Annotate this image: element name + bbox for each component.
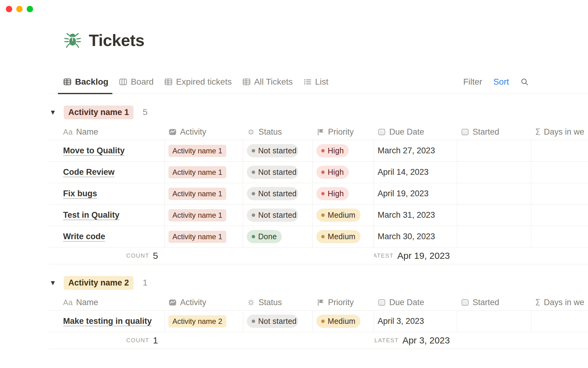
cell-activity[interactable]: Activity name 1 xyxy=(165,205,243,226)
cell-due-date[interactable]: April 14, 2023 xyxy=(374,162,457,183)
column-header-status[interactable]: Status xyxy=(243,124,313,140)
cell-status[interactable]: Not started xyxy=(243,162,313,183)
traffic-light-minimize[interactable] xyxy=(16,6,23,12)
column-header-activity[interactable]: Activity xyxy=(165,124,243,140)
column-header-due-date[interactable]: Due Date xyxy=(374,294,457,310)
cell-priority[interactable]: High xyxy=(313,162,374,183)
cell-status[interactable]: Not started xyxy=(243,140,313,162)
cell-due-date[interactable]: March 30, 2023 xyxy=(374,226,457,247)
cell-activity[interactable]: Activity name 1 xyxy=(165,162,243,183)
cell-days-in-we[interactable] xyxy=(531,226,588,247)
tab-backlog[interactable]: Backlog xyxy=(63,77,108,94)
cell-activity[interactable]: Activity name 2 xyxy=(165,311,243,332)
cell-priority[interactable]: Medium xyxy=(313,205,374,226)
activity-tag: Activity name 2 xyxy=(168,315,226,328)
priority-pill: Medium xyxy=(316,315,360,328)
cell-priority[interactable]: Medium xyxy=(313,311,374,332)
cell-status[interactable]: Done xyxy=(243,226,313,247)
cell-name[interactable]: Make testing in quality xyxy=(49,311,165,332)
column-header-priority[interactable]: Priority xyxy=(313,124,374,140)
cell-days-in-we[interactable] xyxy=(531,162,588,183)
tab-expired-tickets[interactable]: Expired tickets xyxy=(164,77,232,94)
cell-activity[interactable]: Activity name 1 xyxy=(165,140,243,162)
cell-name[interactable]: Fix bugs xyxy=(49,183,165,205)
cell-name[interactable]: Write code xyxy=(49,226,165,247)
row-title: Code Review xyxy=(63,167,115,177)
cell-started[interactable] xyxy=(457,311,531,332)
column-label: Name xyxy=(76,298,98,307)
group-toggle-icon[interactable]: ▼ xyxy=(51,280,57,286)
footer-latest[interactable]: LATESTApr 3, 2023 xyxy=(374,332,457,349)
column-label: Status xyxy=(258,127,282,137)
page-title[interactable]: Tickets xyxy=(89,31,145,50)
cell-started[interactable] xyxy=(457,226,531,247)
cell-priority[interactable]: Medium xyxy=(313,226,374,247)
column-header-status[interactable]: Status xyxy=(243,294,313,310)
cell-activity[interactable]: Activity name 1 xyxy=(165,226,243,247)
cell-activity[interactable]: Activity name 1 xyxy=(165,183,243,205)
footer-latest[interactable]: LATESTApr 19, 2023 xyxy=(374,247,457,264)
tab-label: Backlog xyxy=(75,77,108,87)
cell-status[interactable]: Not started xyxy=(243,205,313,226)
group-toggle-icon[interactable]: ▼ xyxy=(51,109,57,115)
bug-icon[interactable] xyxy=(63,31,82,50)
ticket-group-2: ▼Activity name 21AaNameActivityStatusPri… xyxy=(49,275,588,349)
cell-due-date[interactable]: March 31, 2023 xyxy=(374,205,457,226)
status-pill: Not started xyxy=(247,315,298,328)
column-label: Priority xyxy=(328,127,354,137)
calendar-icon xyxy=(461,128,469,136)
footer-empty xyxy=(165,332,243,349)
column-header-name[interactable]: AaName xyxy=(49,294,165,310)
cell-due-date[interactable]: April 19, 2023 xyxy=(374,183,457,205)
traffic-light-close[interactable] xyxy=(6,6,12,12)
latest-value: Apr 19, 2023 xyxy=(397,251,450,261)
cell-due-date[interactable]: April 3, 2023 xyxy=(374,311,457,332)
cell-days-in-we[interactable] xyxy=(531,140,588,162)
cell-days-in-we[interactable] xyxy=(531,205,588,226)
tab-list[interactable]: List xyxy=(303,77,329,94)
cell-due-date[interactable]: March 27, 2023 xyxy=(374,140,457,162)
column-header-started[interactable]: Started xyxy=(457,294,531,310)
tab-all-tickets[interactable]: All Tickets xyxy=(242,77,293,94)
column-label: Due Date xyxy=(389,127,424,137)
status-dot xyxy=(252,192,255,195)
sigma-icon: Σ xyxy=(535,297,541,308)
column-header-priority[interactable]: Priority xyxy=(313,294,374,310)
column-label: Activity xyxy=(180,298,206,307)
row-title: Make testing in quality xyxy=(63,316,152,326)
status-label: Not started xyxy=(258,146,297,155)
cell-name[interactable]: Test in Quality xyxy=(49,205,165,226)
cell-priority[interactable]: High xyxy=(313,183,374,205)
cell-started[interactable] xyxy=(457,140,531,162)
activity-icon xyxy=(168,298,177,307)
column-header-name[interactable]: AaName xyxy=(49,124,165,140)
group-tag[interactable]: Activity name 2 xyxy=(64,276,134,290)
cell-name[interactable]: Move to Quality xyxy=(49,140,165,162)
cell-started[interactable] xyxy=(457,205,531,226)
cell-status[interactable]: Not started xyxy=(243,311,313,332)
cell-status[interactable]: Not started xyxy=(243,183,313,205)
footer-count[interactable]: COUNT1 xyxy=(49,332,165,349)
sort-button[interactable]: Sort xyxy=(493,77,509,87)
cell-days-in-we[interactable] xyxy=(531,311,588,332)
group-tag[interactable]: Activity name 1 xyxy=(64,105,134,119)
column-header-activity[interactable]: Activity xyxy=(165,294,243,310)
cell-started[interactable] xyxy=(457,183,531,205)
activity-tag: Activity name 1 xyxy=(168,209,226,221)
column-header-days-in-we[interactable]: ΣDays in we xyxy=(531,294,588,310)
cell-days-in-we[interactable] xyxy=(531,183,588,205)
cell-priority[interactable]: High xyxy=(313,140,374,162)
cell-started[interactable] xyxy=(457,162,531,183)
cell-name[interactable]: Code Review xyxy=(49,162,165,183)
priority-dot xyxy=(321,235,325,238)
tab-board[interactable]: Board xyxy=(119,77,154,94)
filter-button[interactable]: Filter xyxy=(463,77,482,87)
column-header-started[interactable]: Started xyxy=(457,124,531,140)
table-footer-row: COUNT5LATESTApr 19, 2023 xyxy=(49,247,588,264)
column-header-due-date[interactable]: Due Date xyxy=(374,124,457,140)
search-icon[interactable] xyxy=(520,77,529,86)
column-header-days-in-we[interactable]: ΣDays in we xyxy=(531,124,588,140)
traffic-light-zoom[interactable] xyxy=(27,6,33,12)
footer-count[interactable]: COUNT5 xyxy=(49,247,165,264)
group-count: 1 xyxy=(143,278,148,288)
